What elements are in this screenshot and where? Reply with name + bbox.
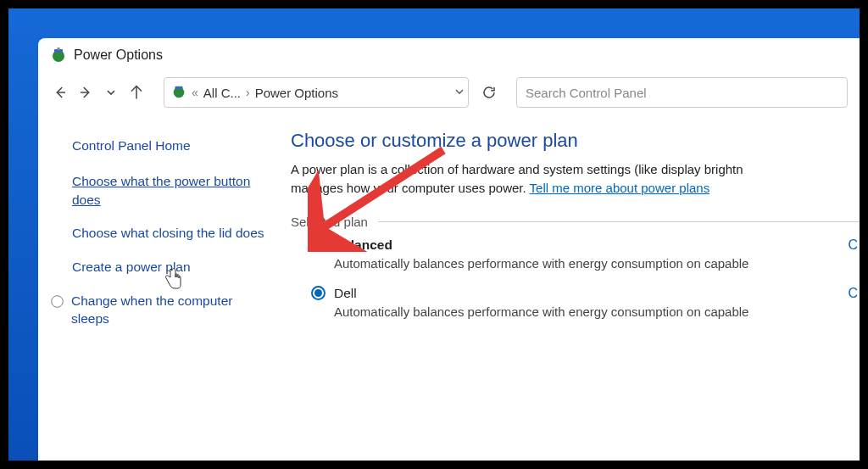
plan-item: Balanced C Automatically balances perfor… [311, 237, 860, 271]
section-label: Selected plan [291, 215, 860, 229]
control-panel-home-link[interactable]: Control Panel Home [72, 138, 269, 154]
change-plan-link[interactable]: C [848, 286, 858, 301]
moon-icon [50, 294, 64, 309]
page-description: A power plan is a collection of hardware… [291, 160, 860, 198]
main-panel: Choose or customize a power plan A power… [284, 130, 860, 457]
recent-dropdown-icon[interactable] [101, 82, 121, 103]
search-input[interactable]: Search Control Panel [516, 77, 848, 108]
breadcrumb-chevron-icon: « [192, 86, 198, 99]
title-bar: Power Options [38, 38, 860, 69]
change-plan-link[interactable]: C [848, 237, 858, 253]
breadcrumb-parent[interactable]: All C... [203, 86, 241, 100]
tell-me-more-link[interactable]: Tell me more about power plans [530, 181, 710, 195]
plan-name: Dell [334, 286, 357, 301]
forward-button[interactable] [75, 82, 96, 103]
plan-name: Balanced [334, 237, 392, 253]
power-options-window: Power Options « All C... › [38, 38, 860, 461]
sidebar-link-create-plan[interactable]: Create a power plan [72, 258, 269, 276]
sidebar-link-change-sleep[interactable]: Change when the computer sleeps [71, 292, 269, 328]
sidebar-link-power-button[interactable]: Choose what the power button does [72, 172, 269, 209]
refresh-button[interactable] [474, 77, 504, 108]
search-placeholder: Search Control Panel [526, 86, 647, 100]
toolbar: « All C... › Power Options Search Contro… [38, 69, 860, 120]
plan-radio-dell[interactable] [311, 286, 326, 300]
sidebar-link-close-lid[interactable]: Choose what closing the lid does [72, 224, 269, 243]
plan-radio-balanced[interactable] [311, 237, 326, 252]
divider [378, 221, 860, 222]
svg-point-8 [52, 295, 64, 307]
breadcrumb-dropdown-icon[interactable] [454, 86, 465, 99]
back-button[interactable] [50, 82, 70, 103]
up-button[interactable] [126, 82, 147, 103]
plan-subtitle: Automatically balances performance with … [334, 256, 860, 271]
breadcrumb-chevron-icon: › [246, 86, 250, 99]
plan-item: Dell C Automatically balances performanc… [311, 286, 860, 319]
app-icon [50, 47, 67, 64]
content-area: Control Panel Home Choose what the power… [38, 120, 860, 457]
breadcrumb-icon [171, 84, 186, 102]
sidebar: Control Panel Home Choose what the power… [38, 130, 284, 457]
page-heading: Choose or customize a power plan [291, 130, 860, 152]
desktop-frame: Power Options « All C... › [8, 8, 860, 461]
svg-rect-2 [58, 47, 60, 50]
breadcrumb-bar[interactable]: « All C... › Power Options [164, 77, 469, 108]
svg-rect-7 [175, 86, 183, 89]
breadcrumb-current[interactable]: Power Options [255, 86, 338, 100]
window-title: Power Options [74, 47, 163, 63]
plan-subtitle: Automatically balances performance with … [334, 304, 860, 319]
